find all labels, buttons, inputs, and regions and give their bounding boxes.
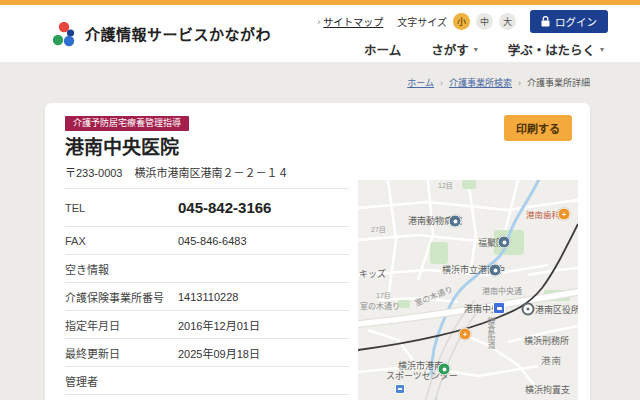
font-size-buttons: 小中大 xyxy=(453,13,516,30)
nav-item-label: 学ぶ・はたらく xyxy=(508,40,595,59)
detail-row: 最終更新日2025年09月18日 xyxy=(65,339,349,367)
chevron-right-icon: › xyxy=(317,17,320,27)
breadcrumb-item[interactable]: ホーム xyxy=(407,76,434,89)
nav-item[interactable]: 学ぶ・はたらく▾ xyxy=(508,40,604,59)
sitemap-label: サイトマップ xyxy=(323,14,383,29)
map-label: 鎌倉街道 xyxy=(486,317,494,349)
vet-clinic-marker[interactable] xyxy=(449,215,462,228)
detail-row: TEL045-842-3166 xyxy=(65,189,349,227)
detail-label: FAX xyxy=(65,235,178,247)
map-label: 27目 xyxy=(371,226,386,233)
clinic-marker[interactable] xyxy=(459,328,472,341)
detail-value: 2025年09月18日 xyxy=(178,345,349,361)
facility-detail-card: 介護予防居宅療養管理指導 印刷する 港南中央医院 〒233-0003横浜市港南区… xyxy=(45,103,590,400)
temple-marker[interactable] xyxy=(498,236,511,249)
nav-item-label: ホーム xyxy=(364,40,401,59)
login-button[interactable]: ログイン xyxy=(530,10,608,33)
map-label: キッズ xyxy=(359,270,386,279)
detail-value: 045-842-3166 xyxy=(178,199,349,216)
chevron-down-icon: ▾ xyxy=(474,45,478,54)
map-label: 横浜市港南 xyxy=(398,362,443,371)
map-label: 港南中央通 xyxy=(482,288,522,296)
detail-label: 最終更新日 xyxy=(65,345,178,361)
detail-row: 指定年月日2016年12月01日 xyxy=(65,311,349,339)
nav-item[interactable]: さがす▾ xyxy=(431,40,478,59)
site-header: 介護情報サービスかながわ › サイトマップ 文字サイズ 小中大 ログイン xyxy=(0,5,640,62)
facility-address: 〒233-0003横浜市港南区港南２－２－１４ xyxy=(65,164,289,180)
nav-item-label: さがす xyxy=(431,40,469,59)
map-label: 室の木通り xyxy=(360,303,400,311)
detail-row: 管理者 xyxy=(65,367,349,395)
detail-label: 指定年月日 xyxy=(65,317,178,333)
font-size-label: 文字サイズ xyxy=(397,14,447,29)
breadcrumb-item: 介護事業所詳細 xyxy=(527,76,590,89)
detail-row: 介護保険事業所番号1413110228 xyxy=(65,283,349,311)
details-table: TEL045-842-3166FAX045-846-6483空き情報介護保険事業… xyxy=(65,188,349,395)
detail-label: 空き情報 xyxy=(65,261,178,277)
map-label: 横浜刑務所 xyxy=(524,337,569,346)
school-marker[interactable] xyxy=(489,264,502,277)
bus-stop-marker[interactable] xyxy=(395,384,405,394)
utility-row: › サイトマップ 文字サイズ 小中大 ログイン xyxy=(317,10,608,33)
lock-icon xyxy=(541,16,550,27)
postal-code: 〒233-0003 xyxy=(65,167,123,179)
map-label: 港南歯科 xyxy=(526,211,560,220)
chevron-down-icon: ▾ xyxy=(600,45,604,54)
font-size-button[interactable]: 大 xyxy=(499,13,516,30)
login-label: ログイン xyxy=(555,14,597,29)
nav-item[interactable]: ホーム xyxy=(364,40,401,59)
site-logo-icon xyxy=(50,19,78,49)
header-right: › サイトマップ 文字サイズ 小中大 ログイン ホームさがす▾学ぶ・はたらく▾ xyxy=(317,8,608,59)
site-logo[interactable]: 介護情報サービスかながわ xyxy=(50,19,271,49)
detail-row: FAX045-846-6483 xyxy=(65,227,349,255)
detail-value: 1413110228 xyxy=(178,291,349,303)
map-label: 横浜拘置支 xyxy=(525,386,570,395)
map-label: 12目 xyxy=(438,182,453,189)
detail-value: 2016年12月01日 xyxy=(178,317,349,333)
facility-map[interactable]: 12目港南動物病院福聚院港南歯科27目横浜市立港南中キッズ17目室の木通り室の木… xyxy=(358,180,578,400)
ward-office-marker[interactable] xyxy=(522,303,535,316)
sitemap-link[interactable]: › サイトマップ xyxy=(317,14,383,29)
map-label: 港南 xyxy=(541,356,562,366)
address-text: 横浜市港南区港南２－２－１４ xyxy=(135,167,289,179)
konan-chuo-station-marker[interactable] xyxy=(493,302,505,314)
page: 介護情報サービスかながわ › サイトマップ 文字サイズ 小中大 ログイン xyxy=(0,0,640,400)
breadcrumb-separator: › xyxy=(518,78,521,88)
site-title: 介護情報サービスかながわ xyxy=(85,23,271,44)
font-size-button[interactable]: 小 xyxy=(453,13,470,30)
breadcrumb: ホーム›介護事業所検索›介護事業所詳細 xyxy=(407,76,590,89)
facility-name: 港南中央医院 xyxy=(65,132,179,159)
detail-label: TEL xyxy=(65,202,178,214)
detail-row: 空き情報 xyxy=(65,255,349,283)
main-nav: ホームさがす▾学ぶ・はたらく▾ xyxy=(364,40,608,59)
dental-clinic-marker[interactable] xyxy=(558,208,571,221)
breadcrumb-item[interactable]: 介護事業所検索 xyxy=(449,76,512,89)
font-size-button[interactable]: 中 xyxy=(476,13,493,30)
detail-value: 045-846-6483 xyxy=(178,235,349,247)
map-label: 17目 xyxy=(376,292,391,299)
print-button[interactable]: 印刷する xyxy=(504,115,572,141)
detail-label: 介護保険事業所番号 xyxy=(65,289,178,305)
breadcrumb-separator: › xyxy=(440,78,443,88)
category-badge: 介護予防居宅療養管理指導 xyxy=(65,116,189,131)
detail-label: 管理者 xyxy=(65,373,178,389)
font-size-control: 文字サイズ 小中大 xyxy=(397,13,516,30)
sports-center-marker[interactable] xyxy=(438,363,451,376)
map-label: 港南区役所 xyxy=(535,306,578,315)
